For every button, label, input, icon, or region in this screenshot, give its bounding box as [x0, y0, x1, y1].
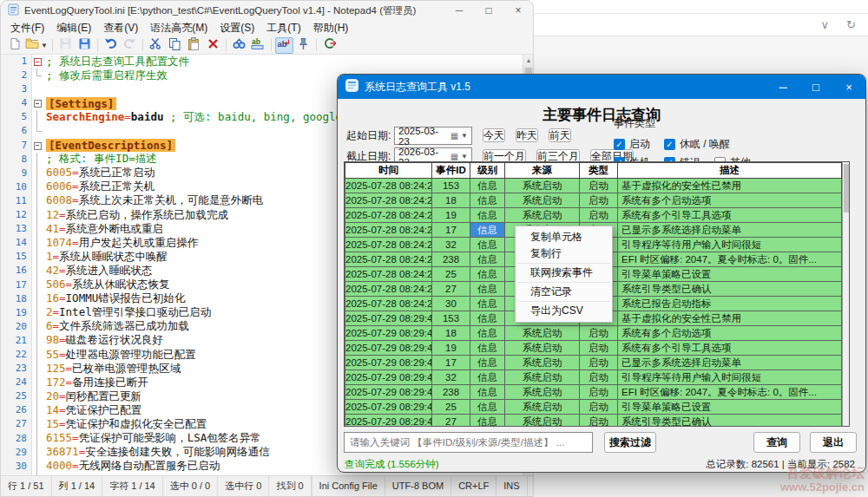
context-menu-item[interactable]: 清空记录	[516, 284, 612, 300]
fold-marker[interactable]	[31, 55, 43, 69]
table-cell[interactable]: 32	[432, 238, 470, 252]
table-cell[interactable]: 启动	[580, 370, 618, 385]
column-header[interactable]: 事件ID	[432, 163, 470, 179]
scroll-up-icon[interactable]: ▲	[523, 55, 534, 67]
table-cell[interactable]: 19	[432, 208, 470, 223]
table-cell[interactable]: 信息	[470, 370, 505, 385]
close-button[interactable]: ×	[503, 1, 533, 20]
table-cell[interactable]: 信息	[470, 385, 505, 400]
delete-button[interactable]	[204, 37, 222, 54]
table-cell[interactable]: 启动	[580, 356, 618, 370]
table-row[interactable]: 2025-07-28 08:24:2918信息系统启动启动系统有多个启动选项	[345, 193, 842, 208]
table-row[interactable]: 2025-07-29 08:29:41238信息系统启动启动EFI 时区偏移: …	[345, 385, 842, 400]
table-cell[interactable]: 启动	[580, 326, 618, 341]
table-cell[interactable]: 2025-07-29 08:29:41	[345, 400, 432, 415]
table-cell[interactable]: 2025-07-29 08:29:41	[345, 341, 432, 356]
table-cell[interactable]: 启动	[580, 415, 618, 428]
menu-item[interactable]: 工具(T)	[260, 20, 306, 36]
pin-button[interactable]	[294, 37, 312, 54]
close-button[interactable]: ×	[832, 75, 865, 99]
table-row[interactable]: 2025-07-29 08:29:4118信息系统启动启动系统有多个启动选项	[345, 326, 842, 341]
table-cell[interactable]: 信息	[470, 223, 505, 238]
table-cell[interactable]: 2025-07-29 08:29:41	[345, 326, 432, 341]
minimize-button[interactable]: ─	[766, 75, 799, 99]
table-row[interactable]: 2025-07-29 08:29:4132信息系统启动启动引导程序等待用户输入时…	[345, 370, 842, 385]
table-cell[interactable]: 信息	[470, 208, 505, 223]
table-cell[interactable]: 2025-07-28 08:24:29	[345, 282, 432, 297]
table-cell[interactable]: 153	[432, 311, 470, 326]
context-menu-item[interactable]: 复制行	[516, 245, 612, 262]
context-menu-item[interactable]: 导出为CSV	[516, 303, 612, 319]
table-cell[interactable]: 2025-07-28 08:24:29	[345, 193, 432, 208]
paste-button[interactable]	[185, 37, 203, 54]
table-cell[interactable]: 2025-07-29 08:29:41	[345, 385, 432, 400]
table-cell[interactable]: 系统有多个引导工具选项	[618, 208, 842, 223]
table-cell[interactable]: 引导菜单策略已设置	[618, 400, 842, 415]
table-cell[interactable]: 238	[432, 385, 470, 400]
table-cell[interactable]: EFI 时区偏移: 2047。夏令时标志: 0。固件...	[618, 385, 842, 400]
table-cell[interactable]: 已显示多系统选择启动菜单	[618, 356, 842, 370]
table-row[interactable]: 2025-07-28 08:24:29153信息系统启动启动基于虚拟化的安全性已…	[345, 179, 842, 193]
table-cell[interactable]: 信息	[470, 356, 505, 370]
exit-button[interactable]	[320, 37, 339, 54]
table-cell[interactable]: 系统有多个启动选项	[618, 326, 842, 341]
column-header[interactable]: 类型	[580, 163, 618, 179]
table-row[interactable]: 2025-07-28 08:24:2919信息系统启动启动系统有多个引导工具选项	[345, 208, 842, 223]
menu-item[interactable]: 编辑(E)	[50, 20, 97, 36]
table-cell[interactable]: 系统启动	[505, 400, 580, 415]
table-cell[interactable]: 信息	[470, 311, 505, 326]
table-cell[interactable]: 系统启动	[505, 179, 580, 193]
table-cell[interactable]: 信息	[470, 193, 505, 208]
find-button[interactable]	[230, 37, 248, 54]
table-cell[interactable]: 18	[432, 326, 470, 341]
table-cell[interactable]: 系统启动	[505, 370, 580, 385]
table-cell[interactable]: 19	[432, 341, 470, 356]
table-cell[interactable]: 已显示多系统选择启动菜单	[618, 223, 842, 238]
table-cell[interactable]: 启动	[580, 179, 618, 193]
table-cell[interactable]: 30	[432, 297, 470, 311]
table-cell[interactable]: 信息	[470, 326, 505, 341]
context-menu-item[interactable]: 复制单元格	[516, 229, 612, 245]
exit-button[interactable]: 退出	[810, 432, 857, 453]
column-header[interactable]: 描述	[618, 163, 842, 179]
table-cell[interactable]: 2025-07-28 08:24:29	[345, 267, 432, 282]
table-cell[interactable]: 2025-07-28 08:24:29	[345, 179, 432, 193]
table-cell[interactable]: 2025-07-29 08:29:41	[345, 311, 432, 326]
table-cell[interactable]: 信息	[470, 267, 505, 282]
refresh-icon[interactable]: ↻	[846, 18, 856, 31]
table-cell[interactable]: 25	[432, 267, 470, 282]
table-cell[interactable]: 2025-07-28 08:24:29	[345, 252, 432, 267]
table-cell[interactable]: 238	[432, 252, 470, 267]
table-cell[interactable]: 信息	[470, 297, 505, 311]
table-row[interactable]: 2025-07-29 08:29:4125信息系统启动启动引导菜单策略已设置	[345, 400, 842, 415]
table-cell[interactable]: 引导程序等待用户输入时间很短	[618, 370, 842, 385]
table-cell[interactable]: 启动	[580, 193, 618, 208]
minimize-button[interactable]: ─	[444, 1, 474, 20]
maximize-button[interactable]: □	[799, 75, 832, 99]
table-cell[interactable]: 系统启动	[505, 341, 580, 356]
table-scrollbar-thumb[interactable]	[844, 164, 849, 213]
undo-button[interactable]	[102, 37, 120, 54]
redo-button[interactable]	[121, 37, 139, 54]
save-all-button[interactable]	[76, 37, 94, 54]
table-cell[interactable]: 系统引导类型已确认	[618, 282, 842, 297]
table-cell[interactable]: 系统启动	[505, 193, 580, 208]
quick-date-button[interactable]: 昨天	[516, 128, 538, 142]
table-cell[interactable]: 25	[432, 400, 470, 415]
table-cell[interactable]: 2025-07-29 08:29:41	[345, 415, 432, 428]
table-cell[interactable]: 17	[432, 356, 470, 370]
cut-button[interactable]	[147, 37, 165, 54]
menu-item[interactable]: 帮助(H)	[307, 20, 355, 36]
checkbox-checked[interactable]: ✓	[664, 139, 675, 150]
table-cell[interactable]: 2025-07-28 08:24:29	[345, 208, 432, 223]
menu-item[interactable]: 文件(F)	[4, 20, 50, 36]
checkbox-checked[interactable]: ✓	[614, 139, 625, 150]
table-cell[interactable]: 信息	[470, 415, 505, 428]
table-cell[interactable]: 系统有多个引导工具选项	[618, 341, 842, 356]
open-file-button[interactable]: ▼	[24, 37, 49, 54]
table-cell[interactable]: 17	[432, 223, 470, 238]
table-cell[interactable]: 2025-07-29 08:29:41	[345, 370, 432, 385]
table-cell[interactable]: 系统引导类型已确认	[618, 415, 842, 428]
column-header[interactable]: 级别	[470, 163, 505, 179]
table-cell[interactable]: 2025-07-28 08:24:29	[345, 223, 432, 238]
